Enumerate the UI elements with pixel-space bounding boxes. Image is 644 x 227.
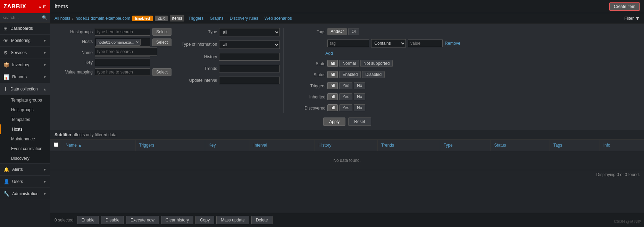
sidebar-item-hosts[interactable]: Hosts	[0, 124, 50, 134]
discovered-all-btn[interactable]: all	[327, 104, 338, 111]
sidebar-item-data-collection[interactable]: ⬇ Data collection ▲	[0, 83, 50, 95]
status-enabled-btn[interactable]: Enabled	[339, 71, 361, 78]
sidebar-item-dashboards[interactable]: ⊞ Dashboards	[0, 23, 50, 35]
col-trends[interactable]: Trends	[378, 140, 440, 151]
enable-button[interactable]: Enable	[77, 216, 99, 224]
clear-history-button[interactable]: Clear history	[161, 216, 193, 224]
discovered-no-btn[interactable]: No	[354, 104, 365, 111]
col-triggers[interactable]: Triggers	[135, 140, 205, 151]
tab-web-scenarios[interactable]: Web scenarios	[262, 15, 294, 21]
col-info[interactable]: Info	[600, 140, 644, 151]
status-disabled-btn[interactable]: Disabled	[362, 71, 385, 78]
mass-update-button[interactable]: Mass update	[216, 216, 249, 224]
hosts-input-container: node01.domain.exa... ✕	[95, 38, 150, 47]
execute-now-button[interactable]: Execute now	[126, 216, 159, 224]
value-mapping-select-button[interactable]: Select	[152, 68, 172, 76]
filter-row-value-mapping: Value mapping Select	[55, 68, 172, 76]
filter-button[interactable]: Filter ▼	[624, 16, 640, 21]
select-all-checkbox[interactable]	[54, 142, 58, 147]
or-btn[interactable]: Or	[348, 28, 359, 35]
breadcrumb-host[interactable]: node01.domain.example.com	[76, 16, 130, 21]
col-history[interactable]: History	[315, 140, 378, 151]
sidebar-item-inventory[interactable]: 📦 Inventory ▼	[0, 59, 50, 71]
tag-value-input[interactable]	[408, 40, 443, 47]
filter-row-triggers: Triggers all Yes No	[287, 82, 460, 89]
host-groups-select-button[interactable]: Select	[152, 28, 172, 36]
col-tags[interactable]: Tags	[550, 140, 600, 151]
trends-input[interactable]	[219, 65, 280, 72]
sidebar-item-administration[interactable]: 🔧 Administration ▼	[0, 188, 50, 200]
col-key[interactable]: Key	[205, 140, 250, 151]
selected-count: 0 selected	[55, 218, 74, 222]
sidebar-item-discovery[interactable]: Discovery	[0, 154, 50, 163]
sidebar-item-templates[interactable]: Templates	[0, 115, 50, 124]
tag-input[interactable]	[327, 40, 369, 47]
inherited-yes-btn[interactable]: Yes	[339, 93, 352, 100]
tab-triggers[interactable]: Triggers	[186, 15, 206, 21]
sidebar-item-template-groups[interactable]: Template groups	[0, 95, 50, 105]
col-status[interactable]: Status	[491, 140, 550, 151]
history-input[interactable]	[219, 53, 280, 61]
filter-row-inherited: Inherited all Yes No	[287, 93, 460, 100]
state-not-supported-btn[interactable]: Not supported	[360, 60, 393, 67]
inherited-no-btn[interactable]: No	[354, 93, 365, 100]
tag-remove-link[interactable]: Remove	[445, 41, 460, 46]
triggers-no-btn[interactable]: No	[354, 82, 365, 89]
type-select[interactable]: all	[219, 28, 280, 36]
host-tag-remove[interactable]: ✕	[136, 40, 139, 45]
key-input[interactable]	[95, 59, 150, 66]
apply-button[interactable]: Apply	[323, 117, 345, 126]
main-content: Items Create item All hosts / node01.dom…	[50, 0, 644, 227]
triggers-yes-btn[interactable]: Yes	[339, 82, 352, 89]
tab-graphs[interactable]: Graphs	[208, 15, 225, 21]
sidebar-item-services[interactable]: ⚙ Services ▼	[0, 47, 50, 59]
filter-row-status: Status all Enabled Disabled	[287, 71, 460, 78]
sidebar-item-maintenance[interactable]: Maintenance	[0, 134, 50, 144]
inherited-all-btn[interactable]: all	[327, 93, 338, 100]
tab-zbx-badge: ZBX	[155, 16, 168, 21]
copy-button[interactable]: Copy	[195, 216, 214, 224]
sidebar-search-input[interactable]	[3, 15, 42, 20]
triggers-all-btn[interactable]: all	[327, 82, 338, 89]
col-type[interactable]: Type	[440, 140, 491, 151]
checkbox-header[interactable]	[50, 140, 62, 151]
sidebar-item-monitoring[interactable]: 👁 Monitoring ▼	[0, 35, 50, 47]
create-item-button[interactable]: Create item	[609, 2, 640, 11]
hosts-select-button[interactable]: Select	[152, 38, 172, 46]
col-interval[interactable]: Interval	[250, 140, 315, 151]
tab-discovery-rules[interactable]: Discovery rules	[228, 15, 260, 21]
sub-item-label: Event correlation	[11, 146, 42, 151]
sidebar-sub-menu: Template groups Host groups Templates Ho…	[0, 95, 50, 164]
hosts-dropdown-input[interactable]	[95, 48, 157, 56]
items-table: Name ▲ Triggers Key Interval History	[50, 140, 644, 170]
delete-button[interactable]: Delete	[251, 216, 273, 224]
breadcrumb-all-hosts[interactable]: All hosts	[55, 16, 70, 21]
sidebar-item-reports[interactable]: 📊 Reports ▼	[0, 71, 50, 83]
tag-add-link[interactable]: Add	[325, 51, 333, 56]
host-groups-input[interactable]	[95, 28, 150, 36]
disable-button[interactable]: Disable	[101, 216, 124, 224]
tab-items[interactable]: Items	[170, 15, 184, 21]
sidebar-item-alerts[interactable]: 🔔 Alerts ▼	[0, 164, 50, 176]
reset-button[interactable]: Reset	[348, 117, 371, 126]
sidebar-item-host-groups[interactable]: Host groups	[0, 105, 50, 115]
state-normal-btn[interactable]: Normal	[339, 60, 359, 67]
state-all-btn[interactable]: all	[327, 60, 338, 67]
sub-item-label: Hosts	[12, 127, 23, 132]
administration-icon: 🔧	[3, 191, 9, 197]
expand-icon[interactable]: ⊡	[43, 4, 47, 9]
status-all-btn[interactable]: all	[327, 71, 338, 78]
status-radio-group: all Enabled Disabled	[327, 71, 385, 78]
discovered-yes-btn[interactable]: Yes	[339, 104, 352, 111]
value-mapping-input[interactable]	[95, 68, 150, 76]
collapse-icon[interactable]: «	[39, 4, 41, 9]
andor-btn[interactable]: And/Or	[327, 28, 347, 35]
type-of-info-select[interactable]: all	[219, 41, 280, 49]
tag-contains-select[interactable]: Contains	[371, 39, 406, 47]
sidebar-search-bar[interactable]: 🔍	[0, 13, 50, 23]
sidebar-item-label: Administration	[12, 191, 39, 196]
update-interval-input[interactable]	[219, 77, 280, 84]
col-name[interactable]: Name ▲	[62, 140, 136, 151]
sidebar-item-event-correlation[interactable]: Event correlation	[0, 144, 50, 154]
sidebar-item-users[interactable]: 👤 Users ▼	[0, 176, 50, 188]
